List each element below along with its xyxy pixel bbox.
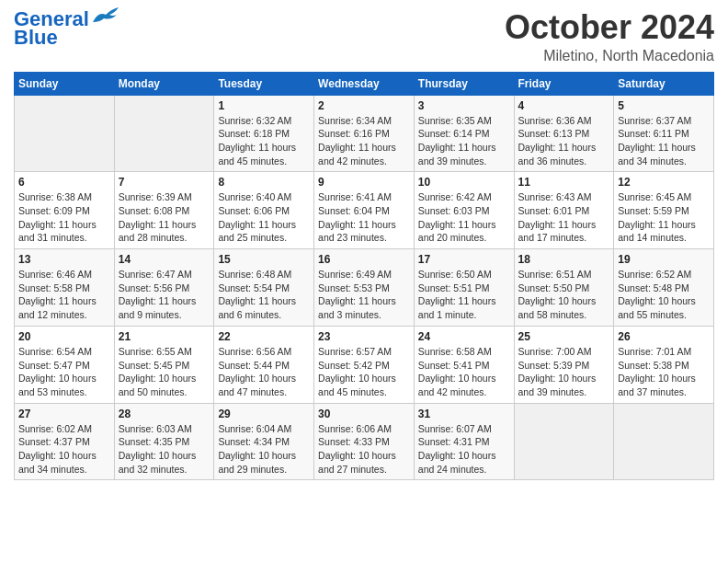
calendar-cell: 6Sunrise: 6:38 AMSunset: 6:09 PMDaylight…	[15, 172, 115, 249]
calendar-cell: 27Sunrise: 6:02 AMSunset: 4:37 PMDayligh…	[15, 403, 115, 480]
day-number: 7	[119, 176, 210, 189]
day-detail: Sunrise: 6:57 AMSunset: 5:42 PMDaylight:…	[318, 345, 410, 399]
day-detail: Sunrise: 6:47 AMSunset: 5:56 PMDaylight:…	[119, 268, 210, 322]
day-number: 27	[18, 408, 110, 420]
day-number: 1	[218, 99, 310, 112]
calendar-cell: 24Sunrise: 6:58 AMSunset: 5:41 PMDayligh…	[414, 326, 514, 403]
calendar-cell: 10Sunrise: 6:42 AMSunset: 6:03 PMDayligh…	[414, 172, 514, 249]
day-detail: Sunrise: 6:41 AMSunset: 6:04 PMDaylight:…	[318, 190, 410, 245]
day-number: 11	[518, 176, 610, 189]
calendar-cell: 5Sunrise: 6:37 AMSunset: 6:11 PMDaylight…	[614, 95, 714, 172]
day-detail: Sunrise: 6:42 AMSunset: 6:03 PMDaylight:…	[418, 190, 510, 245]
day-detail: Sunrise: 6:54 AMSunset: 5:47 PMDaylight:…	[18, 345, 110, 399]
day-detail: Sunrise: 6:35 AMSunset: 6:14 PMDaylight:…	[418, 114, 510, 168]
day-detail: Sunrise: 6:38 AMSunset: 6:09 PMDaylight:…	[18, 190, 110, 245]
title-block: October 2024 Miletino, North Macedonia	[505, 9, 714, 64]
page: General Blue October 2024 Miletino, Nort…	[0, 0, 728, 563]
day-number: 23	[318, 330, 410, 343]
calendar-cell	[114, 95, 214, 172]
day-number: 3	[418, 99, 510, 112]
day-number: 18	[518, 253, 610, 266]
logo-blue: Blue	[14, 26, 58, 49]
day-detail: Sunrise: 6:56 AMSunset: 5:44 PMDaylight:…	[218, 345, 310, 399]
day-detail: Sunrise: 6:55 AMSunset: 5:45 PMDaylight:…	[119, 345, 210, 399]
calendar-cell: 25Sunrise: 7:00 AMSunset: 5:39 PMDayligh…	[514, 326, 614, 403]
day-number: 22	[218, 330, 310, 343]
calendar-cell: 19Sunrise: 6:52 AMSunset: 5:48 PMDayligh…	[614, 249, 714, 327]
day-number: 17	[418, 253, 510, 266]
calendar-cell: 7Sunrise: 6:39 AMSunset: 6:08 PMDaylight…	[114, 172, 214, 249]
day-detail: Sunrise: 7:00 AMSunset: 5:39 PMDaylight:…	[518, 345, 610, 399]
day-number: 12	[618, 176, 710, 189]
header-day-wednesday: Wednesday	[314, 72, 415, 95]
calendar-cell: 13Sunrise: 6:46 AMSunset: 5:58 PMDayligh…	[15, 249, 115, 327]
day-detail: Sunrise: 6:48 AMSunset: 5:54 PMDaylight:…	[218, 268, 310, 322]
day-detail: Sunrise: 6:49 AMSunset: 5:53 PMDaylight:…	[318, 268, 410, 322]
calendar-cell: 15Sunrise: 6:48 AMSunset: 5:54 PMDayligh…	[214, 249, 314, 327]
day-detail: Sunrise: 6:40 AMSunset: 6:06 PMDaylight:…	[218, 190, 310, 245]
logo-bird-icon	[91, 6, 120, 26]
day-number: 2	[318, 99, 410, 112]
calendar-cell: 16Sunrise: 6:49 AMSunset: 5:53 PMDayligh…	[314, 249, 415, 327]
week-row-2: 6Sunrise: 6:38 AMSunset: 6:09 PMDaylight…	[15, 172, 714, 249]
calendar-cell: 26Sunrise: 7:01 AMSunset: 5:38 PMDayligh…	[614, 326, 714, 403]
header-day-saturday: Saturday	[614, 72, 714, 95]
calendar-cell	[514, 403, 614, 480]
day-detail: Sunrise: 6:03 AMSunset: 4:35 PMDaylight:…	[119, 422, 210, 477]
day-detail: Sunrise: 6:45 AMSunset: 5:59 PMDaylight:…	[618, 190, 710, 245]
day-detail: Sunrise: 6:04 AMSunset: 4:34 PMDaylight:…	[218, 422, 310, 477]
calendar-header: SundayMondayTuesdayWednesdayThursdayFrid…	[15, 72, 714, 95]
calendar-table: SundayMondayTuesdayWednesdayThursdayFrid…	[14, 72, 714, 481]
calendar-cell: 9Sunrise: 6:41 AMSunset: 6:04 PMDaylight…	[314, 172, 415, 249]
calendar-body: 1Sunrise: 6:32 AMSunset: 6:18 PMDaylight…	[15, 95, 714, 480]
week-row-4: 20Sunrise: 6:54 AMSunset: 5:47 PMDayligh…	[15, 326, 714, 403]
calendar-cell: 1Sunrise: 6:32 AMSunset: 6:18 PMDaylight…	[214, 95, 314, 172]
calendar-cell: 2Sunrise: 6:34 AMSunset: 6:16 PMDaylight…	[314, 95, 415, 172]
header-row: SundayMondayTuesdayWednesdayThursdayFrid…	[15, 72, 714, 95]
day-detail: Sunrise: 6:37 AMSunset: 6:11 PMDaylight:…	[618, 114, 710, 168]
day-number: 16	[318, 253, 410, 266]
calendar-cell: 22Sunrise: 6:56 AMSunset: 5:44 PMDayligh…	[214, 326, 314, 403]
day-detail: Sunrise: 6:50 AMSunset: 5:51 PMDaylight:…	[418, 268, 510, 322]
day-number: 29	[218, 408, 310, 420]
day-number: 19	[618, 253, 710, 266]
day-detail: Sunrise: 6:39 AMSunset: 6:08 PMDaylight:…	[119, 190, 210, 245]
day-detail: Sunrise: 6:43 AMSunset: 6:01 PMDaylight:…	[518, 190, 610, 245]
day-detail: Sunrise: 7:01 AMSunset: 5:38 PMDaylight:…	[618, 345, 710, 399]
day-number: 21	[119, 330, 210, 343]
calendar-cell: 29Sunrise: 6:04 AMSunset: 4:34 PMDayligh…	[214, 403, 314, 480]
calendar-cell: 31Sunrise: 6:07 AMSunset: 4:31 PMDayligh…	[414, 403, 514, 480]
day-detail: Sunrise: 6:06 AMSunset: 4:33 PMDaylight:…	[318, 422, 410, 477]
day-number: 4	[518, 99, 610, 112]
day-number: 25	[518, 330, 610, 343]
calendar-cell: 4Sunrise: 6:36 AMSunset: 6:13 PMDaylight…	[514, 95, 614, 172]
location-title: Miletino, North Macedonia	[505, 48, 714, 64]
week-row-1: 1Sunrise: 6:32 AMSunset: 6:18 PMDaylight…	[15, 95, 714, 172]
month-title: October 2024	[505, 9, 714, 46]
header-day-friday: Friday	[514, 72, 614, 95]
day-detail: Sunrise: 6:02 AMSunset: 4:37 PMDaylight:…	[18, 422, 110, 477]
calendar-cell: 8Sunrise: 6:40 AMSunset: 6:06 PMDaylight…	[214, 172, 314, 249]
header: General Blue October 2024 Miletino, Nort…	[14, 9, 714, 64]
day-detail: Sunrise: 6:36 AMSunset: 6:13 PMDaylight:…	[518, 114, 610, 168]
calendar-cell: 21Sunrise: 6:55 AMSunset: 5:45 PMDayligh…	[114, 326, 214, 403]
day-number: 20	[18, 330, 110, 343]
calendar-cell: 20Sunrise: 6:54 AMSunset: 5:47 PMDayligh…	[15, 326, 115, 403]
header-day-thursday: Thursday	[414, 72, 514, 95]
calendar-cell: 23Sunrise: 6:57 AMSunset: 5:42 PMDayligh…	[314, 326, 415, 403]
header-day-monday: Monday	[114, 72, 214, 95]
calendar-cell: 18Sunrise: 6:51 AMSunset: 5:50 PMDayligh…	[514, 249, 614, 327]
calendar-cell	[15, 95, 115, 172]
calendar-cell: 28Sunrise: 6:03 AMSunset: 4:35 PMDayligh…	[114, 403, 214, 480]
header-day-tuesday: Tuesday	[214, 72, 314, 95]
calendar-cell: 11Sunrise: 6:43 AMSunset: 6:01 PMDayligh…	[514, 172, 614, 249]
day-detail: Sunrise: 6:34 AMSunset: 6:16 PMDaylight:…	[318, 114, 410, 168]
week-row-3: 13Sunrise: 6:46 AMSunset: 5:58 PMDayligh…	[15, 249, 714, 327]
day-number: 28	[119, 408, 210, 420]
day-number: 13	[18, 253, 110, 266]
day-detail: Sunrise: 6:32 AMSunset: 6:18 PMDaylight:…	[218, 114, 310, 168]
calendar-cell: 12Sunrise: 6:45 AMSunset: 5:59 PMDayligh…	[614, 172, 714, 249]
calendar-cell: 3Sunrise: 6:35 AMSunset: 6:14 PMDaylight…	[414, 95, 514, 172]
logo: General Blue	[14, 9, 120, 48]
header-day-sunday: Sunday	[15, 72, 115, 95]
